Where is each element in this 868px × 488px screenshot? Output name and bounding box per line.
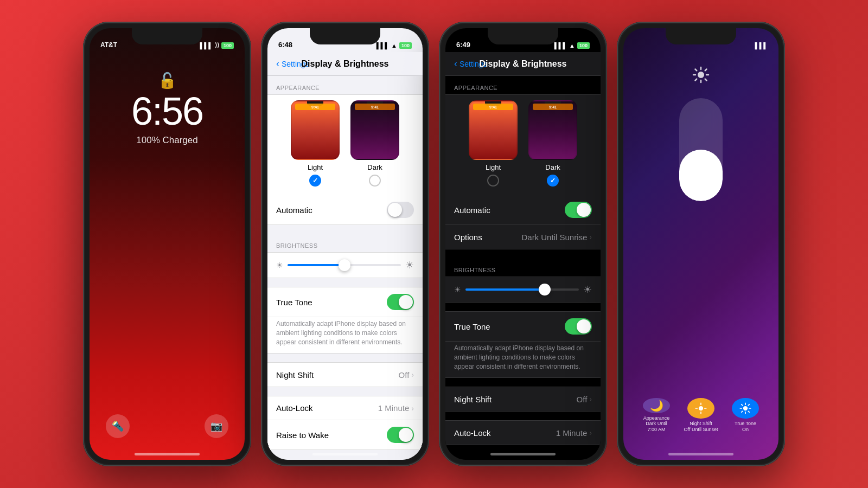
brightness-slider-3[interactable] [465, 288, 579, 291]
brightness-row-2: ☀ ☀ [267, 253, 423, 278]
battery-icon-2: 100 [399, 42, 412, 49]
options-row-3[interactable]: Options Dark Until Sunrise › [445, 225, 601, 249]
camera-button[interactable]: 📷 [205, 414, 228, 438]
cc-nightshift-label: Night Shift Off Until Sunset [684, 421, 718, 433]
auto-lock-row-3[interactable]: Auto-Lock 1 Minute › [445, 421, 601, 445]
light-label-2: Light [308, 163, 323, 171]
camera-icon: 📷 [210, 420, 222, 432]
night-shift-row-3[interactable]: Night Shift Off › [445, 387, 601, 411]
automatic-row-3: Automatic [445, 195, 601, 225]
home-indicator-4 [668, 453, 733, 455]
notch-3 [488, 28, 558, 44]
control-center: 🌙 Appearance Dark Until 7:00 AM [623, 28, 778, 460]
dark-label-3: Dark [545, 163, 560, 171]
night-shift-label-3: Night Shift [454, 395, 577, 404]
automatic-toggle-2[interactable] [387, 202, 414, 218]
sun-icon [692, 66, 710, 87]
phone-1-screen: AT&T ▌▌▌ ⟩⟩ 100 🔓 6:56 100% Charged 🔦 📷 [90, 28, 245, 460]
status-icons-2: ▌▌▌ ▲ 100 [376, 42, 412, 49]
dark-option-2[interactable]: 9:41 Dark [350, 100, 399, 187]
automatic-label-3: Automatic [454, 206, 565, 215]
dark-radio-2[interactable] [369, 175, 381, 187]
light-preview-3: 9:41 [469, 100, 518, 160]
automatic-row-2: Automatic [267, 195, 423, 224]
battery-icon-3: 100 [577, 42, 590, 49]
options-chevron-3: › [589, 233, 592, 241]
settings-content-2: APPEARANCE 9:41 Light [267, 76, 423, 460]
svg-line-22 [742, 411, 743, 412]
svg-point-9 [699, 406, 703, 410]
night-shift-row-2[interactable]: Night Shift Off › [267, 363, 423, 387]
auto-lock-label-2: Auto-Lock [276, 403, 378, 413]
cc-nightshift-icon [687, 398, 714, 419]
battery-icon: 100 [221, 42, 234, 49]
settings-content-3: APPEARANCE 9:41 Light [445, 76, 601, 460]
appearance-section-2: 9:41 Light 9:41 Dark [267, 94, 423, 225]
cc-truetone-icon [732, 398, 759, 419]
auto-lock-row-2[interactable]: Auto-Lock 1 Minute › [267, 396, 423, 420]
home-indicator-3 [490, 453, 556, 455]
dark-radio-3[interactable] [547, 175, 559, 187]
svg-line-7 [705, 69, 707, 71]
back-chevron-3: ‹ [454, 58, 457, 69]
cc-nightshift-button[interactable]: Night Shift Off Until Sunset [684, 398, 718, 433]
brightness-pill[interactable] [679, 98, 723, 201]
auto-lock-value-3: 1 Minute [556, 428, 588, 438]
preview-status-light-3: 9:41 [473, 104, 513, 110]
raise-to-wake-toggle-2[interactable] [387, 427, 414, 443]
lock-icon: 🔓 [158, 72, 177, 89]
flashlight-icon: 🔦 [112, 420, 124, 432]
flashlight-button[interactable]: 🔦 [106, 414, 130, 438]
true-tone-label-2: True Tone [276, 298, 387, 307]
cc-appearance-button[interactable]: 🌙 Appearance Dark Until 7:00 AM [639, 398, 674, 433]
cc-appearance-icon: 🌙 [643, 398, 670, 413]
nav-title-2: Display & Brightness [302, 59, 389, 69]
raise-to-wake-row-2: Raise to Wake [267, 420, 423, 450]
nav-bar-2: ‹ Settings Display & Brightness [267, 52, 423, 76]
notch-4 [666, 28, 736, 44]
light-option-3[interactable]: 9:41 Light [469, 100, 518, 187]
automatic-toggle-3[interactable] [565, 202, 592, 218]
true-tone-toggle-2[interactable] [387, 294, 414, 310]
wifi-icon-2: ▲ [391, 42, 397, 49]
svg-line-21 [748, 404, 749, 406]
brightness-high-icon-3: ☀ [583, 284, 592, 296]
night-shift-section-3: Night Shift Off › [445, 387, 601, 412]
raise-to-wake-label-2: Raise to Wake [276, 431, 387, 440]
slider-fill-2 [288, 264, 344, 266]
brightness-header-2: BRIGHTNESS [267, 234, 423, 252]
slider-thumb-3 [539, 284, 551, 296]
signal-icon-3: ▌▌▌ [554, 42, 567, 49]
appearance-options-3: 9:41 Light 9:41 Dark [445, 95, 601, 195]
night-shift-chevron-3: › [589, 395, 592, 403]
nav-bar-3: ‹ Settings Display & Brightness [445, 52, 601, 76]
dark-option-3[interactable]: 9:41 Dark [528, 100, 577, 187]
true-tone-toggle-3[interactable] [565, 318, 592, 335]
true-tone-description-2: Automatically adapt iPhone display based… [267, 317, 423, 353]
signal-icon-2: ▌▌▌ [376, 42, 389, 49]
phone-4-frame: ▌▌▌ [617, 22, 785, 466]
status-icons-4: ▌▌▌ [755, 42, 768, 49]
dark-preview-2: 9:41 [350, 100, 399, 160]
options-label-3: Options [454, 233, 521, 242]
light-option-2[interactable]: 9:41 Light [291, 100, 340, 187]
phone-1-frame: AT&T ▌▌▌ ⟩⟩ 100 🔓 6:56 100% Charged 🔦 📷 [83, 22, 251, 466]
cc-truetone-button[interactable]: True Tone On [728, 398, 763, 433]
brightness-section-2: ☀ ☀ [267, 252, 423, 278]
automatic-label-2: Automatic [276, 206, 387, 215]
night-shift-label-2: Night Shift [276, 370, 399, 380]
true-tone-row-2: True Tone [267, 287, 423, 317]
light-radio-2[interactable] [309, 175, 321, 187]
svg-line-19 [742, 404, 743, 406]
svg-point-0 [698, 72, 704, 78]
svg-line-6 [705, 79, 707, 81]
light-radio-3[interactable] [487, 175, 499, 187]
brightness-slider-2[interactable] [288, 264, 401, 266]
appearance-section-3: 9:41 Light 9:41 Dark [445, 94, 601, 249]
true-tone-row-3: True Tone [445, 312, 601, 342]
preview-status-dark-3: 9:41 [533, 104, 573, 110]
brightness-row-3: ☀ ☀ [445, 277, 601, 302]
phone-2-screen: 6:48 ▌▌▌ ▲ 100 ‹ Settings Display & Brig… [267, 28, 423, 460]
phone-3-screen: 6:49 ▌▌▌ ▲ 100 ‹ Settings Display & Brig… [445, 28, 601, 460]
brightness-low-icon-3: ☀ [454, 285, 461, 294]
